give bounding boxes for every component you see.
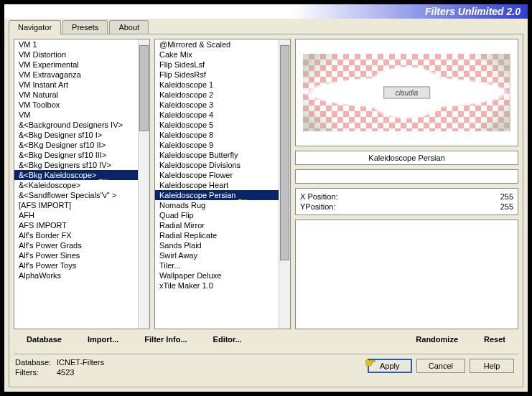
category-item[interactable]: Alf's Power Toys	[14, 260, 138, 270]
filter-item[interactable]: Flip SidesLsf	[155, 60, 279, 70]
reset-button[interactable]: Reset	[471, 332, 518, 351]
status-bar: Database:ICNET-Filters Filters:4523 Appl…	[14, 354, 518, 382]
tab-presets[interactable]: Presets	[62, 20, 108, 34]
parameter-row: X Position:255	[300, 192, 513, 202]
category-item[interactable]: &<Bkg Designer sf10 III>	[14, 150, 138, 160]
filter-item[interactable]: Cake Mix	[155, 50, 279, 60]
category-item[interactable]: [AFS IMPORT]	[14, 200, 138, 210]
category-item[interactable]: VM Toolbox	[14, 100, 138, 110]
tab-strip: NavigatorPresetsAbout	[9, 20, 523, 34]
filter-item[interactable]: Kaleidoscope 9	[155, 140, 279, 150]
preview-image: claudia	[295, 39, 518, 146]
category-item[interactable]: VM Natural	[14, 90, 138, 100]
filter-item[interactable]: @Mirrored & Scaled	[155, 39, 279, 50]
filter-item[interactable]: Sands Plaid	[155, 240, 279, 250]
filter-item[interactable]: Kaleidoscope Flower	[155, 170, 279, 180]
status-filters: Filters:4523	[14, 367, 363, 377]
category-item[interactable]: &<Background Designers IV>	[14, 120, 138, 130]
parameter-remaining	[295, 220, 518, 329]
randomize-button[interactable]: Randomize	[403, 332, 471, 351]
filter-item[interactable]: Kaleidoscope Divisions	[155, 160, 279, 170]
parameter-value: 255	[500, 192, 513, 201]
title-bar: Filters Unlimited 2.0	[4, 4, 528, 19]
param-spacer	[295, 169, 518, 184]
category-item[interactable]: VM Instant Art	[14, 80, 138, 90]
tab-navigator[interactable]: Navigator	[9, 20, 61, 35]
category-item[interactable]: &<Kaleidoscope>	[14, 180, 138, 190]
category-item[interactable]: Alf's Power Grads	[14, 240, 138, 250]
filter-item[interactable]: Kaleidoscope Heart	[155, 180, 279, 190]
tab-about[interactable]: About	[109, 20, 149, 34]
window-frame: Filters Unlimited 2.0 NavigatorPresetsAb…	[3, 3, 529, 393]
filter-item[interactable]: Radial Mirror	[155, 220, 279, 230]
selected-filter-name: Kaleidoscope Persian	[295, 151, 518, 165]
cancel-button[interactable]: Cancel	[416, 359, 465, 373]
filter-item[interactable]: Kaleidoscope 3	[155, 100, 279, 110]
filter-item[interactable]: Nomads Rug	[155, 200, 279, 210]
category-item[interactable]: AlphaWorks	[14, 270, 138, 280]
filter-item[interactable]: Kaleidoscope 5	[155, 120, 279, 130]
filter-info-button[interactable]: Filter Info...	[131, 332, 200, 351]
category-item[interactable]: VM Distortion	[14, 50, 138, 60]
parameter-label: X Position:	[300, 192, 338, 201]
category-item[interactable]: &<BKg Designer sf10 II>	[14, 140, 138, 150]
filter-item[interactable]: Kaleidoscope 2	[155, 90, 279, 100]
navigator-panel: VM 1VM DistortionVM ExperimentalVM Extra…	[9, 34, 523, 387]
category-item[interactable]: VM	[14, 110, 138, 120]
category-item[interactable]: VM Extravaganza	[14, 70, 138, 80]
filter-item[interactable]: Kaleidoscope 8	[155, 130, 279, 140]
category-item[interactable]: &<Sandflower Specials"v" >	[14, 190, 138, 200]
columns: VM 1VM DistortionVM ExperimentalVM Extra…	[14, 39, 518, 329]
category-item[interactable]: Alf's Border FX	[14, 230, 138, 240]
category-item[interactable]: AFS IMPORT	[14, 220, 138, 230]
category-item[interactable]: VM 1	[14, 39, 138, 50]
parameter-row: YPosition:255	[300, 202, 513, 212]
filter-item[interactable]: Wallpaper Deluxe	[155, 270, 279, 280]
filter-listbox[interactable]: @Mirrored & ScaledCake MixFlip SidesLsfF…	[154, 39, 291, 329]
filter-item[interactable]: Tiler...	[155, 260, 279, 270]
filter-item[interactable]: Kaleidoscope 1	[155, 80, 279, 90]
filter-scrollbar[interactable]	[279, 39, 290, 329]
help-button[interactable]: Help	[470, 359, 514, 373]
filter-item[interactable]: xTile Maker 1.0	[155, 280, 279, 291]
watermark-label: claudia	[383, 87, 431, 99]
category-item[interactable]: &<Bkg Designer sf10 I>	[14, 130, 138, 140]
filter-item[interactable]: Kaleidoscope 4	[155, 110, 279, 120]
category-item[interactable]: Alf's Power Sines	[14, 250, 138, 260]
filter-item[interactable]: Radial Replicate	[155, 230, 279, 240]
category-item[interactable]: &<Bkg Kaleidoscope>	[14, 170, 138, 180]
toolbar-row: Database Import... Filter Info... Editor…	[14, 332, 518, 351]
parameter-panel: X Position:255YPosition:255	[295, 188, 518, 215]
category-item[interactable]: &<Bkg Designers sf10 IV>	[14, 160, 138, 170]
filter-item[interactable]: Swirl Away	[155, 250, 279, 260]
filter-item[interactable]: Flip SidesRsf	[155, 70, 279, 80]
filter-item[interactable]: Kaleidoscope Persian	[155, 190, 279, 200]
status-database: Database:ICNET-Filters	[14, 357, 363, 367]
editor-button[interactable]: Editor...	[200, 332, 255, 351]
category-item[interactable]: AFH	[14, 210, 138, 220]
category-listbox[interactable]: VM 1VM DistortionVM ExperimentalVM Extra…	[14, 39, 150, 329]
category-scrollbar[interactable]	[138, 39, 149, 329]
app-title: Filters Unlimited 2.0	[425, 6, 521, 17]
parameter-value: 255	[500, 202, 513, 211]
filter-item[interactable]: Kaleidoscope Butterfly	[155, 150, 279, 160]
right-pane: claudia Kaleidoscope Persian X Position:…	[295, 39, 518, 329]
filter-item[interactable]: Quad Flip	[155, 210, 279, 220]
database-button[interactable]: Database	[14, 332, 75, 351]
parameter-label: YPosition:	[300, 202, 336, 211]
import-button[interactable]: Import...	[75, 332, 131, 351]
category-item[interactable]: VM Experimental	[14, 60, 138, 70]
